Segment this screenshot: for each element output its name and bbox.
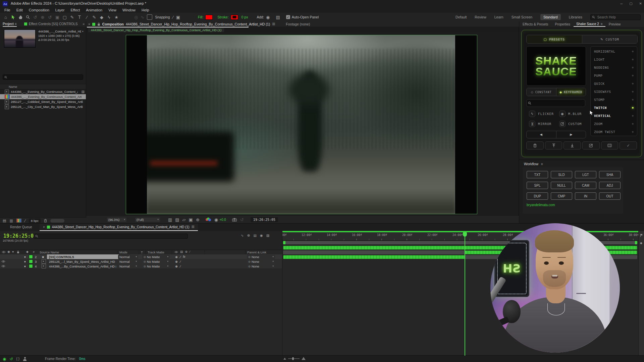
parent-link-header[interactable]: Parent & Link	[247, 250, 266, 254]
bit-depth[interactable]: 8 bpc	[29, 219, 41, 223]
orbit-tool-icon[interactable]: ↺	[32, 15, 39, 19]
label-color-chip[interactable]	[29, 264, 33, 268]
snapping-checkbox[interactable]	[147, 14, 152, 20]
tab-properties[interactable]: Properties	[552, 22, 574, 26]
collapse-icon[interactable]: ⊕	[175, 255, 178, 259]
expressions-icon[interactable]: { }	[16, 357, 19, 361]
rotobrush-tool-icon[interactable]: ϟ	[105, 15, 113, 19]
custom-tab-button[interactable]: ✎ CUSTOM	[582, 35, 638, 43]
mblur-toggle[interactable]: ◉ M.BLUR	[559, 111, 582, 117]
layer-row-285126[interactable]: ▾ 3 285126_...l_Man_By_Sjoerd_Wess_Artli…	[0, 259, 282, 264]
render-performance-icon[interactable]: ◉	[3, 357, 6, 361]
workspace-review[interactable]: Review	[475, 15, 486, 19]
apply-button[interactable]: ✓	[620, 141, 637, 149]
edit-preset-button[interactable]	[582, 141, 600, 149]
project-settings-icon[interactable]: ∕	[25, 219, 25, 223]
tab-preview[interactable]: Preview	[605, 22, 624, 26]
fill-swatch[interactable]	[205, 15, 213, 20]
tab-timeline-comp[interactable]: × 444386_Street_Dancer_Hip_Hop_Rooftop_E…	[40, 224, 198, 231]
shy-icon[interactable]: ∿	[241, 234, 244, 237]
workflow-menu-icon[interactable]: ≡	[541, 162, 543, 166]
auto-open-checkbox[interactable]: ✓	[286, 15, 290, 19]
constant-button[interactable]: ◇ CONSTANT	[527, 88, 556, 96]
track-matte-select[interactable]: ◎No Matte▾	[142, 264, 170, 268]
line-tool-icon[interactable]: ∕	[83, 15, 91, 19]
timeline-search-input[interactable]	[40, 234, 186, 238]
workflow-in-button[interactable]: IN	[575, 192, 596, 200]
export-preset-button[interactable]	[545, 141, 562, 149]
menu-window[interactable]: Window	[119, 8, 139, 12]
viewer-sub-tab[interactable]: 444386_Street_Dancer_Hip_Hop_Rooftop_Eve…	[88, 28, 224, 32]
help-search-input[interactable]	[597, 15, 639, 19]
workflow-cam-button[interactable]: CAM	[575, 182, 596, 189]
tab-composition[interactable]: Composition	[102, 22, 124, 26]
prev-preset-button[interactable]: ◀|	[527, 131, 556, 138]
tab-project[interactable]: Project ≡	[3, 22, 17, 27]
mirror-toggle[interactable]: ⋈ MIRROR	[529, 121, 551, 127]
quality-icon[interactable]: ∕	[180, 260, 181, 263]
snapshot-camera-icon[interactable]	[232, 218, 237, 222]
preset-horizontal[interactable]: HORIZONTAL	[591, 47, 637, 55]
current-timecode[interactable]: 19:26:25:05	[3, 233, 37, 239]
timeline-search[interactable]	[34, 234, 188, 239]
project-item-selected[interactable]: 444386_..._Evening_By_Continuous_Content…	[0, 94, 86, 99]
snap-angle-icon[interactable]: ∕	[173, 15, 173, 19]
trash-icon[interactable]	[44, 219, 47, 223]
tab-shake-sauce[interactable]: Shake Sauce 2≡	[574, 21, 605, 27]
eye-icon[interactable]	[1, 260, 5, 263]
pen-tool-icon[interactable]: ✎	[68, 15, 76, 19]
website-link[interactable]: bryandelimata.com	[527, 203, 555, 207]
workspace-small-screen[interactable]: Small Screen	[512, 15, 532, 19]
lock-icon[interactable]	[97, 22, 100, 26]
preset-search[interactable]	[526, 99, 585, 107]
menu-layer[interactable]: Layer	[52, 8, 68, 12]
label-color-chip[interactable]	[29, 255, 33, 259]
project-item[interactable]: 285127_..._Cobbled_Street_By_Sjoerd_Wess…	[0, 99, 86, 104]
graph-editor-icon[interactable]: ▨	[266, 234, 269, 237]
preset-search-input[interactable]	[533, 101, 584, 105]
new-composition-icon[interactable]	[16, 219, 21, 223]
menu-composition[interactable]: Composition	[26, 8, 52, 12]
workflow-adj-button[interactable]: ADJ	[599, 182, 621, 189]
multiframe-render-icon[interactable]: ↺	[9, 357, 13, 361]
close-button[interactable]: ✕	[639, 2, 642, 5]
maximize-button[interactable]: ▢	[629, 2, 632, 5]
label-color-chip[interactable]	[29, 259, 33, 263]
project-item[interactable]: 285126_..._City_Cool_Man_By_Sjoerd_Wess_…	[0, 104, 86, 109]
preset-vertical[interactable]: VERTICAL	[591, 112, 637, 120]
workflow-dup-button[interactable]: DUP	[527, 192, 548, 200]
close-tab-icon[interactable]: ×	[88, 22, 90, 26]
minimize-button[interactable]: –	[620, 2, 623, 6]
stamp-tool-icon[interactable]: ◆	[98, 15, 105, 19]
snap-grid-icon[interactable]: ▣	[176, 15, 180, 19]
exposure-value[interactable]: +0.0	[219, 218, 226, 222]
workflow-sld-button[interactable]: SLD	[551, 171, 572, 178]
menu-file[interactable]: File	[1, 8, 13, 12]
layer-bar-285126-out[interactable]	[283, 250, 465, 254]
channel-icon[interactable]	[206, 218, 211, 222]
quality-icon[interactable]: ∕	[180, 264, 181, 268]
t-header[interactable]: T	[141, 250, 143, 254]
mode-select[interactable]: Normal▾	[118, 255, 138, 259]
puppet-tool-icon[interactable]: ★	[113, 15, 120, 19]
panel-menu-icon[interactable]: ≡	[272, 21, 275, 27]
project-item[interactable]: 444386_..._Evening_By_Continuous_Content…	[0, 89, 86, 94]
workspace-learn[interactable]: Learn	[494, 15, 503, 19]
panel-doc-icon[interactable]: ▤	[276, 15, 280, 19]
workflow-null-button[interactable]: NULL	[551, 182, 572, 189]
layer-row-444386[interactable]: ▾ 4 444386_...By_Continuous_Content_Artl…	[0, 264, 282, 269]
workspace-standard[interactable]: Standard	[540, 14, 561, 20]
comp-frame[interactable]	[126, 35, 477, 214]
collapse-icon[interactable]: ⊕	[175, 264, 178, 268]
custom-toggle[interactable]: CUSTOM	[559, 121, 582, 127]
tab-render-queue[interactable]: Render Queue	[10, 225, 32, 229]
new-folder-icon[interactable]: ▥	[9, 219, 13, 223]
workspace-default[interactable]: Default	[455, 15, 467, 19]
parent-select[interactable]: ◎None▾	[247, 264, 275, 268]
pickwhip-icon[interactable]: ◎	[134, 15, 138, 19]
mode-header[interactable]: Mode	[119, 250, 127, 254]
preset-twitch[interactable]: TWITCH	[591, 104, 637, 112]
comp-marker-icon[interactable]	[640, 234, 643, 237]
selection-tool-icon[interactable]	[9, 15, 17, 20]
work-area-end-handle[interactable]	[635, 241, 637, 244]
